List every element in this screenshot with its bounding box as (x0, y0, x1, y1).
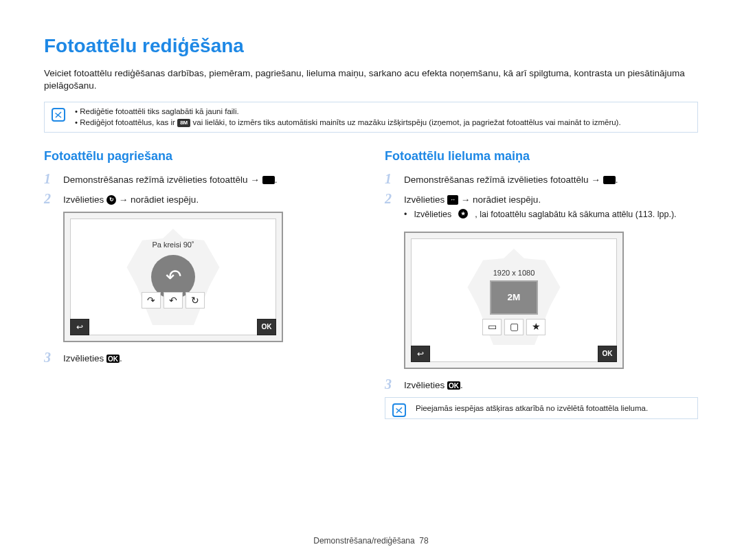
info-item-2: Rediģējot fotoattēlus, kas ir 8M vai lie… (75, 117, 690, 128)
ok-button-icon: OK (257, 319, 276, 335)
step-num: 3 (44, 350, 56, 364)
res-opt-icon: ★ (526, 319, 546, 335)
info-box-top: Rediģētie fotoattēli tiks saglabāti kā j… (44, 102, 698, 133)
edit-icon (603, 176, 616, 184)
page-footer: Demonstrēšana/rediģēšana 78 (0, 535, 742, 546)
right-column: Fotoattēlu lieluma maiņa 1 Demonstrēšana… (385, 148, 698, 419)
subhead-resize: Fotoattēlu lieluma maiņa (385, 148, 698, 164)
step1-text-r: Demonstrēšanas režīmā izvēlieties fotoat… (404, 172, 618, 186)
screenshot-resize: 1920 x 1080 2M ▭ ▢ ★ ↩ OK (404, 232, 624, 369)
step3-text-r: Izvēlieties OK. (404, 377, 463, 392)
step-num: 3 (385, 377, 397, 391)
badge-8m-icon: 8M (177, 119, 190, 127)
intro-text: Veiciet fotoattēlu rediģēšanas darbības,… (44, 67, 698, 92)
step-num: 1 (44, 172, 56, 186)
info-list: Rediģētie fotoattēli tiks saglabāti kā j… (75, 107, 690, 128)
subhead-rotate: Fotoattēlu pagriešana (44, 148, 357, 164)
resize-icon (447, 195, 458, 205)
sub-bullet-startimg: Izvēlieties , lai fotoattēlu saglabātu k… (404, 209, 677, 221)
page-title: Fotoattēlu rediģēšana (44, 33, 698, 59)
step2-text: Izvēlieties → norādiet iespēju. (63, 192, 199, 206)
step3-text: Izvēlieties OK. (63, 350, 122, 365)
step2-text-r: Izvēlieties → norādiet iespēju. Izvēliet… (404, 192, 677, 226)
info-item-1: Rediģētie fotoattēli tiks saglabāti kā j… (75, 107, 690, 117)
rotate-icon (106, 195, 116, 205)
rotate-left-icon: ↶ (164, 292, 183, 309)
note-text: Pieejamās iespējas atšķiras atkarībā no … (416, 404, 648, 412)
back-button-icon: ↩ (411, 346, 430, 362)
edit-icon (262, 176, 275, 184)
start-image-icon (458, 209, 468, 219)
resolution-badge-icon: 2M (490, 280, 538, 315)
resolution-label: 1920 x 1080 (493, 268, 535, 278)
left-column: Fotoattēlu pagriešana 1 Demonstrēšanas r… (44, 148, 357, 419)
step-num: 2 (385, 192, 397, 205)
ok-button-icon: OK (598, 346, 617, 362)
ok-icon: OK (447, 381, 460, 390)
rotate-flip-icon: ↻ (186, 292, 205, 309)
step-num: 2 (44, 192, 56, 205)
step-num: 1 (385, 172, 397, 186)
ok-icon: OK (106, 355, 120, 363)
note-icon (52, 108, 65, 122)
rotate-label: Pa kreisi 90˚ (152, 240, 194, 250)
back-button-icon: ↩ (70, 319, 89, 335)
res-opt-icon: ▭ (482, 319, 502, 335)
note-icon (392, 403, 406, 417)
res-opt-icon: ▢ (504, 319, 524, 335)
screenshot-rotate: Pa kreisi 90˚ ↶ ↷ ↶ ↻ ↩ OK (63, 212, 283, 342)
step1-text: Demonstrēšanas režīmā izvēlieties fotoat… (63, 172, 277, 186)
rotate-right-icon: ↷ (142, 292, 161, 309)
info-box-bottom: Pieejamās iespējas atšķiras atkarībā no … (385, 397, 698, 419)
